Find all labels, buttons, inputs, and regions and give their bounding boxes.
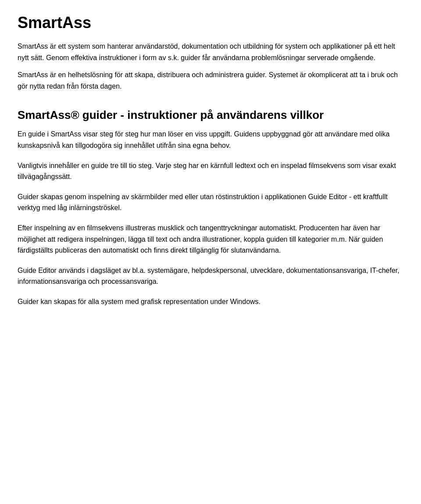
section-title: SmartAss® guider - instruktioner på anvä… bbox=[18, 108, 403, 123]
section-paragraph-5: Guide Editor används i dagsläget av bl.a… bbox=[18, 265, 403, 287]
intro-paragraph-2: SmartAss är en helhetslösning för att sk… bbox=[18, 69, 403, 92]
section-paragraph-3: Guider skapas genom inspelning av skärmb… bbox=[18, 191, 403, 214]
section-paragraph-2: Vanligtvis innehåller en guide tre till … bbox=[18, 160, 403, 182]
section-paragraph-6: Guider kan skapas för alla system med gr… bbox=[18, 296, 403, 307]
section-paragraph-1: En guide i SmartAss visar steg för steg … bbox=[18, 129, 403, 151]
intro-paragraph-1: SmartAss är ett system som hanterar anvä… bbox=[18, 41, 403, 63]
page-title: SmartAss bbox=[18, 13, 403, 32]
section-paragraph-4: Efter inspelning av en filmsekvens illus… bbox=[18, 222, 403, 256]
